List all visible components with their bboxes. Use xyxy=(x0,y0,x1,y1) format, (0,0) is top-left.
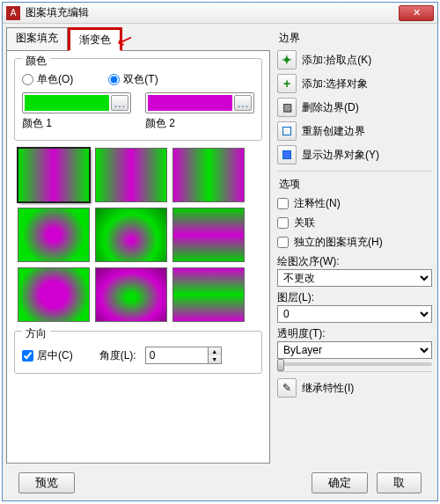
color1-label: 颜色 1 xyxy=(22,116,131,131)
draw-order-select[interactable]: 不更改 xyxy=(277,269,432,287)
color-fieldset: 颜色 单色(O) 双色(T) … xyxy=(14,58,262,141)
recreate-icon xyxy=(277,121,297,141)
layer-select[interactable]: 0 xyxy=(277,305,432,323)
titlebar: A 图案填充编辑 ✕ xyxy=(3,3,437,24)
dialog-window: A 图案填充编辑 ✕ ↙ 图案填充 渐变色 颜色 单色(O) 双色(T) xyxy=(2,2,438,501)
color-legend: 颜色 xyxy=(22,54,50,69)
color1-swatch[interactable]: … xyxy=(22,92,131,113)
transparency-label: 透明度(T): xyxy=(277,326,432,341)
angle-spinner[interactable]: ▲▼ xyxy=(145,347,222,364)
annotative-checkbox[interactable]: 注释性(N) xyxy=(277,195,432,212)
transparency-slider[interactable] xyxy=(277,362,432,366)
angle-input[interactable] xyxy=(146,347,208,363)
preset-cylindrical[interactable] xyxy=(95,148,167,202)
color2-label: 颜色 2 xyxy=(145,116,254,131)
inherit-properties-button[interactable]: ✎ 继承特性(I) xyxy=(277,377,432,398)
preset-hemispherical[interactable] xyxy=(95,208,167,262)
boundary-legend: 边界 xyxy=(279,31,432,46)
tab-gradient[interactable]: 渐变色 xyxy=(68,27,122,51)
gradient-panel: 颜色 单色(O) 双色(T) … xyxy=(6,50,270,464)
inherit-icon: ✎ xyxy=(277,378,297,398)
view-boundary-icon xyxy=(277,145,297,164)
ok-button[interactable]: 确定 xyxy=(312,472,368,493)
associative-checkbox[interactable]: 关联 xyxy=(277,215,432,231)
direction-legend: 方向 xyxy=(22,326,50,341)
radio-single-color[interactable]: 单色(O) xyxy=(22,72,73,87)
select-objects-icon: + xyxy=(277,74,297,93)
add-pick-points-button[interactable]: ✦ 添加:拾取点(K) xyxy=(277,49,432,70)
left-column: 图案填充 渐变色 颜色 单色(O) 双色(T) xyxy=(6,27,270,464)
transparency-select[interactable]: ByLayer xyxy=(277,341,432,359)
preset-spherical[interactable] xyxy=(18,267,90,322)
preview-button[interactable]: 预览 xyxy=(18,472,75,493)
app-icon: A xyxy=(6,6,20,20)
tab-bar: 图案填充 渐变色 xyxy=(6,27,270,51)
close-button[interactable]: ✕ xyxy=(399,5,434,21)
tab-pattern-fill[interactable]: 图案填充 xyxy=(6,27,68,51)
gradient-preset-grid xyxy=(18,148,262,322)
preset-inv-cylindrical[interactable] xyxy=(172,148,245,202)
recreate-boundary-button[interactable]: 重新创建边界 xyxy=(277,121,432,142)
radio-two-color[interactable]: 双色(T) xyxy=(108,72,158,87)
window-title: 图案填充编辑 xyxy=(26,5,399,20)
independent-hatch-checkbox[interactable]: 独立的图案填充(H) xyxy=(277,234,432,251)
preset-curved[interactable] xyxy=(172,208,245,262)
centered-checkbox[interactable]: 居中(C) xyxy=(22,348,73,363)
pick-point-icon: ✦ xyxy=(277,50,297,69)
preset-inv-curved[interactable] xyxy=(172,267,245,322)
cancel-button[interactable]: 取 xyxy=(377,472,422,493)
dialog-footer: 预览 确定 取 xyxy=(3,467,437,500)
add-select-objects-button[interactable]: + 添加:选择对象 xyxy=(277,73,432,94)
view-boundary-button[interactable]: 显示边界对象(Y) xyxy=(277,144,432,165)
draw-order-label: 绘图次序(W): xyxy=(277,254,432,269)
delete-boundary-icon: ▨ xyxy=(277,98,297,117)
right-column: 边界 ✦ 添加:拾取点(K) + 添加:选择对象 ▨ 删除边界(D) 重新创建边… xyxy=(277,27,432,464)
preset-inv-hemispherical[interactable] xyxy=(95,267,167,322)
color2-swatch[interactable]: … xyxy=(145,92,254,113)
angle-label: 角度(L): xyxy=(99,348,136,363)
color1-picker-button[interactable]: … xyxy=(111,95,128,111)
preset-linear-horizontal[interactable] xyxy=(18,148,90,202)
options-legend: 选项 xyxy=(279,177,432,192)
preset-radial[interactable] xyxy=(18,208,90,262)
direction-fieldset: 方向 居中(C) 角度(L): ▲▼ xyxy=(14,331,262,374)
layer-label: 图层(L): xyxy=(277,290,432,305)
color2-picker-button[interactable]: … xyxy=(234,95,252,111)
remove-boundaries-button[interactable]: ▨ 删除边界(D) xyxy=(277,97,432,118)
